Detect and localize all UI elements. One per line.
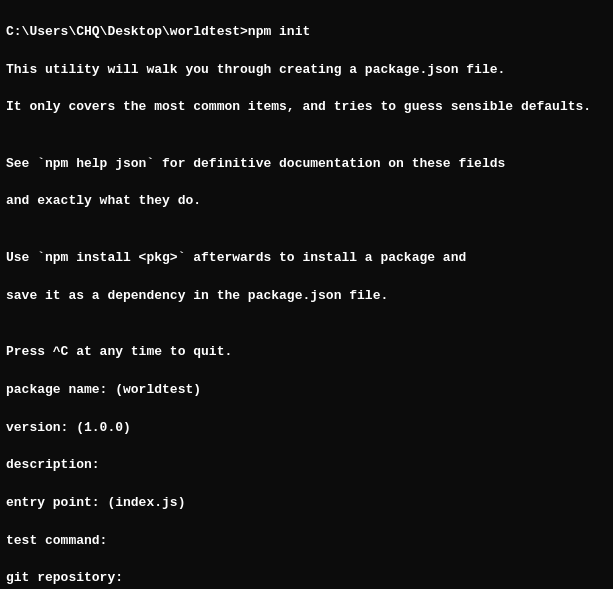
terminal-line-l12: package name: (worldtest) — [6, 381, 607, 400]
terminal-window: C:\Users\CHQ\Desktop\worldtest>npm init … — [0, 0, 613, 589]
terminal-line-l8: Use `npm install <pkg>` afterwards to in… — [6, 249, 607, 268]
terminal-line-l17: git repository: — [6, 569, 607, 588]
terminal-line-l9: save it as a dependency in the package.j… — [6, 287, 607, 306]
terminal-line-l11: Press ^C at any time to quit. — [6, 343, 607, 362]
terminal-line-l16: test command: — [6, 532, 607, 551]
terminal-line-l15: entry point: (index.js) — [6, 494, 607, 513]
terminal-line-l3: It only covers the most common items, an… — [6, 98, 607, 117]
terminal-line-l14: description: — [6, 456, 607, 475]
terminal-line-l13: version: (1.0.0) — [6, 419, 607, 438]
terminal-line-l5: See `npm help json` for definitive docum… — [6, 155, 607, 174]
terminal-line-l6: and exactly what they do. — [6, 192, 607, 211]
terminal-line-l1: C:\Users\CHQ\Desktop\worldtest>npm init — [6, 23, 607, 42]
terminal-line-l2: This utility will walk you through creat… — [6, 61, 607, 80]
